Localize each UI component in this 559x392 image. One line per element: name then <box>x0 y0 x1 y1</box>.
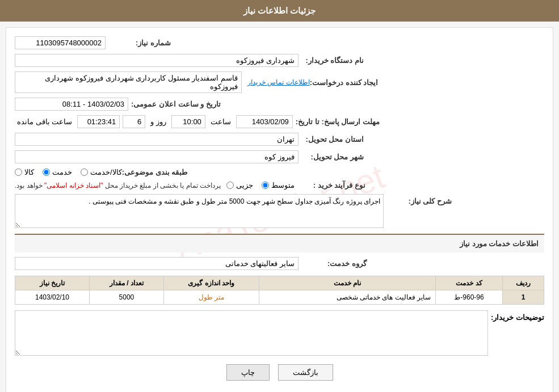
col-header-date: تاریخ نیاز <box>15 276 90 290</box>
col-header-qty: تعداد / مقدار <box>90 276 164 290</box>
form-content: شماره نیاز: 1103095748000002 نام دستگاه … <box>15 36 544 389</box>
purchase-type-label: نوع فرآیند خرید : <box>300 181 368 189</box>
contact-link[interactable]: اطلاعات تماس خریدار <box>247 78 310 86</box>
province-row: استان محل تحویل: تهران <box>15 133 544 146</box>
cell-quantity: 5000 <box>90 290 164 305</box>
category-option-khedmat[interactable]: خدمت <box>43 168 72 176</box>
purchase-type-radio-motavasset[interactable] <box>262 182 269 189</box>
col-header-name: نام خدمت <box>259 276 436 290</box>
description-label: شرح کلی نیاز: <box>386 194 455 205</box>
deadline-days-label: روز و <box>150 117 166 126</box>
deadline-time-label: ساعت <box>211 117 231 126</box>
category-row: طبقه بندی موضوعی: کالا/خدمت خدمت کالا <box>15 168 544 176</box>
page-title: جزئیات اطلاعات نیاز <box>243 6 316 15</box>
page-wrapper: جزئیات اطلاعات نیاز AnaTender.net شماره … <box>0 0 559 392</box>
cell-date: 1403/02/10 <box>15 290 90 305</box>
description-row: شرح کلی نیاز: <box>15 194 544 228</box>
purchase-type-row: نوع فرآیند خرید : متوسط جزیی پرداخت تمام… <box>15 181 544 189</box>
cell-unit: متر طول <box>163 290 259 305</box>
need-number-row: شماره نیاز: 1103095748000002 <box>15 36 544 49</box>
cell-code: 960-96-ط <box>436 290 503 305</box>
purchase-type-radio-group: متوسط جزیی <box>226 181 295 189</box>
col-header-num: ردیف <box>502 276 544 290</box>
description-textarea[interactable] <box>15 194 384 228</box>
category-radio-kala[interactable] <box>15 168 22 176</box>
deadline-row: مهلت ارسال پاسخ: تا تاریخ: 1403/02/09 سا… <box>15 115 544 128</box>
back-button[interactable]: بازگشت <box>278 364 333 381</box>
purchase-type-jozi[interactable]: جزیی <box>226 181 253 189</box>
need-number-value: 1103095748000002 <box>15 36 106 49</box>
category-option-kala-khedmat[interactable]: کالا/خدمت <box>81 168 122 176</box>
city-value: فیروز کوه <box>15 150 299 163</box>
services-group-value: سایر فعالیتهای خدماتی <box>15 257 299 270</box>
purchase-type-jozi-label: جزیی <box>236 181 253 189</box>
category-radio-khedmat[interactable] <box>43 168 50 176</box>
need-number-label: شماره نیاز: <box>106 39 174 47</box>
services-table-container: ردیف کد خدمت نام خدمت واحد اندازه گیری ت… <box>15 276 544 305</box>
buyer-description-textarea[interactable] <box>15 310 488 356</box>
creator-value: قاسم اسفندیار مسئول کاربرداری شهرداری فی… <box>15 71 242 93</box>
deadline-date: 1403/02/09 <box>236 115 293 128</box>
services-group-row: گروه خدمت: سایر فعالیتهای خدماتی <box>15 257 544 270</box>
purchase-type-motavasset-label: متوسط <box>271 181 295 189</box>
buyer-description-label: توضیحات خریدار: <box>491 310 544 322</box>
province-label: استان محل تحویل: <box>299 135 367 144</box>
purchase-note: پرداخت تمام یا بخشی از مبلغ خریداز محل "… <box>15 182 221 189</box>
city-row: شهر محل تحویل: فیروز کوه <box>15 150 544 163</box>
category-radio-group: کالا/خدمت خدمت کالا <box>15 168 122 176</box>
category-option-kala[interactable]: کالا <box>15 168 34 176</box>
table-row: 1 960-96-ط سایر فعالیت های خدماتی شخصی م… <box>15 290 544 305</box>
cell-num: 1 <box>502 290 544 305</box>
purchase-type-radio-jozi[interactable] <box>226 182 234 189</box>
buttons-row: بازگشت چاپ <box>15 364 544 389</box>
category-option-kala-khedmat-label: کالا/خدمت <box>90 168 122 176</box>
creator-row: ایجاد کننده درخواست: اطلاعات تماس خریدار… <box>15 71 544 93</box>
cell-name: سایر فعالیت های خدماتی شخصی <box>259 290 436 305</box>
services-section-title: اطلاعات خدمات مورد نیاز <box>15 234 544 252</box>
purchase-type-motavasset[interactable]: متوسط <box>262 181 295 189</box>
col-header-unit: واحد اندازه گیری <box>163 276 259 290</box>
announcement-date-value: 1403/02/03 - 08:11 <box>15 98 128 111</box>
services-table: ردیف کد خدمت نام خدمت واحد اندازه گیری ت… <box>15 276 544 305</box>
category-option-kala-label: کالا <box>24 168 34 176</box>
buyer-org-row: نام دستگاه خریدار: شهرداری فیروزکوه <box>15 54 544 67</box>
announcement-date-row: تاریخ و ساعت اعلان عمومی: 1403/02/03 - 0… <box>15 98 544 111</box>
category-option-khedmat-label: خدمت <box>52 168 72 176</box>
purchase-note-highlight: "اسناد خزانه اسلامی" <box>44 182 103 189</box>
table-header-row: ردیف کد خدمت نام خدمت واحد اندازه گیری ت… <box>15 276 544 290</box>
deadline-label: مهلت ارسال پاسخ: تا تاریخ: <box>296 117 383 126</box>
creator-label: ایجاد کننده درخواست: <box>310 78 381 87</box>
col-header-code: کد خدمت <box>436 276 503 290</box>
city-label: شهر محل تحویل: <box>299 153 367 161</box>
print-button[interactable]: چاپ <box>226 364 270 381</box>
buyer-org-label: نام دستگاه خریدار: <box>299 56 367 65</box>
main-content: AnaTender.net شماره نیاز: 11030957480000… <box>6 27 553 392</box>
deadline-remaining-label: ساعت باقی مانده <box>17 117 72 126</box>
deadline-remaining: 01:23:41 <box>77 115 120 128</box>
announcement-date-label: تاریخ و ساعت اعلان عمومی: <box>131 100 221 108</box>
category-label: طبقه بندی موضوعی: <box>122 168 191 176</box>
page-header: جزئیات اطلاعات نیاز <box>0 0 559 22</box>
deadline-days: 6 <box>123 115 145 128</box>
category-radio-kala-khedmat[interactable] <box>81 168 88 176</box>
services-group-label: گروه خدمت: <box>301 259 369 268</box>
province-value: تهران <box>15 133 299 146</box>
deadline-time: 10:00 <box>171 115 205 128</box>
buyer-description-section: توضیحات خریدار: <box>15 310 544 356</box>
buyer-org-value: شهرداری فیروزکوه <box>15 54 299 67</box>
